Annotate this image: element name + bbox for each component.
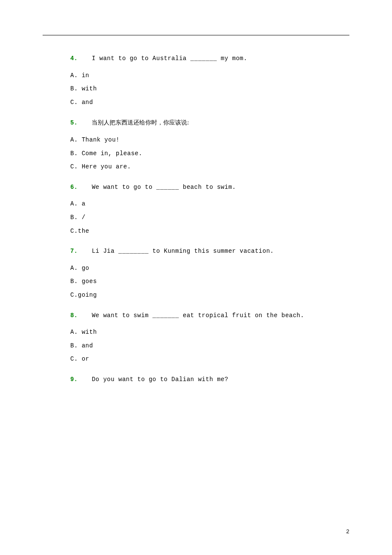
content-area: 4. I want to go to Australia _______ my … (70, 47, 349, 388)
option-b: B. Come in, please. (70, 150, 349, 158)
option-a: A. with (70, 328, 349, 337)
option-a: A. in (70, 72, 349, 80)
question-text: Do you want to go to Dalian with me? (92, 376, 228, 383)
spacer (81, 55, 88, 62)
option-c: C.going (70, 291, 349, 300)
question-text: I want to go to Australia _______ my mom… (92, 55, 247, 62)
option-c: C. and (70, 98, 349, 107)
options-block: A. in B. with C. and (70, 72, 349, 107)
option-b: B. with (70, 85, 349, 93)
spacer (81, 312, 88, 319)
question-block: 8. We want to swim _______ eat tropical … (70, 312, 349, 320)
option-c: C. Here you are. (70, 163, 349, 171)
question-block: 7. Li Jia ________ to Kunming this summe… (70, 247, 349, 256)
question-number: 8. (70, 312, 78, 319)
question-block: 9. Do you want to go to Dalian with me? (70, 376, 349, 384)
question-number: 6. (70, 184, 78, 191)
top-rule (43, 35, 349, 35)
question-text: Li Jia ________ to Kunming this summer v… (92, 248, 274, 254)
question-number: 9. (70, 376, 78, 383)
option-c: C.the (70, 227, 349, 236)
spacer (81, 248, 88, 254)
option-a: A. go (70, 264, 349, 273)
option-b: B. goes (70, 278, 349, 286)
page-number: 2 (346, 528, 349, 536)
options-block: A. a B. / C.the (70, 200, 349, 235)
question-number: 5. (70, 119, 78, 126)
question-number: 4. (70, 55, 78, 62)
question-text: 当别人把东西送还给你时，你应该说: (92, 119, 189, 126)
question-text: We want to swim _______ eat tropical fru… (92, 312, 304, 319)
question-block: 6. We want to go to ______ beach to swim… (70, 183, 349, 192)
question-text: We want to go to ______ beach to swim. (92, 184, 236, 191)
option-b: B. and (70, 342, 349, 350)
question-block: 4. I want to go to Australia _______ my … (70, 55, 349, 63)
page: 4. I want to go to Australia _______ my … (0, 0, 392, 555)
spacer (81, 184, 88, 191)
question-number: 7. (70, 248, 78, 254)
spacer (81, 119, 88, 126)
spacer (81, 376, 88, 383)
option-a: A. Thank you! (70, 136, 349, 145)
question-block: 5. 当别人把东西送还给你时，你应该说: (70, 119, 349, 127)
options-block: A. go B. goes C.going (70, 264, 349, 300)
options-block: A. with B. and C. or (70, 328, 349, 364)
option-a: A. a (70, 200, 349, 208)
option-b: B. / (70, 214, 349, 222)
options-block: A. Thank you! B. Come in, please. C. Her… (70, 136, 349, 171)
option-c: C. or (70, 355, 349, 364)
